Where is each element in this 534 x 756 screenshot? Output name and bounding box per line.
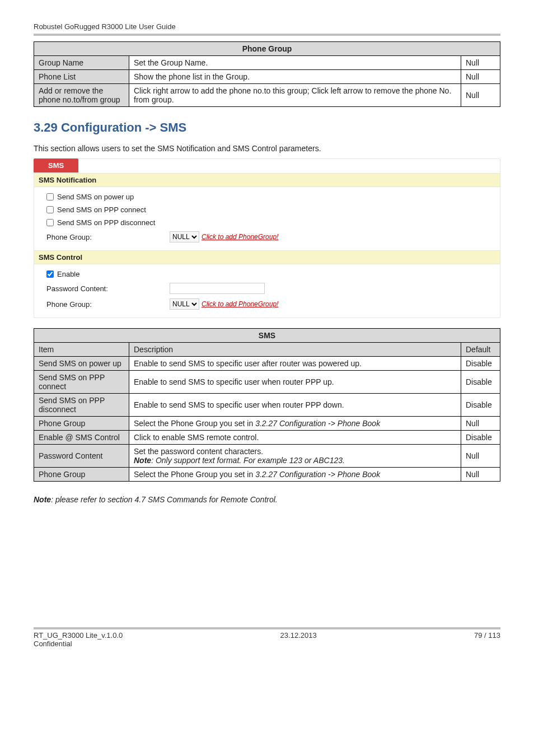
sms-tab[interactable]: SMS [34,158,78,173]
section-intro: This section allows users to set the SMS… [34,144,500,153]
col-item: Item [34,343,129,357]
sms-table-title: SMS [34,329,500,343]
row-desc: Select the Phone Group you set in 3.2.27… [129,468,461,482]
password-content-input[interactable] [170,283,265,294]
page-header: Robustel GoRugged R3000 Lite User Guide [34,22,500,32]
table-row: Item Description Default [34,343,500,357]
row-desc: Set the password content characters. Not… [129,445,461,468]
footnote: Note: please refer to section 4.7 SMS Co… [34,495,500,504]
col-default: Default [461,343,500,357]
table-row: Send SMS on PPP connect Enable to send S… [34,371,500,394]
send-sms-ppp-disconnect-label: Send SMS on PPP disconnect [57,218,155,227]
row-default: Disable [461,357,500,371]
table-row: Phone Group Select the Phone Group you s… [34,468,500,482]
add-phonegroup-link-2[interactable]: Click to add PhoneGroup! [202,300,278,308]
row-default: Null [461,56,500,70]
row-default: Null [461,417,500,431]
table-row: Group Name Set the Group Name. Null [34,56,500,70]
row-default: Null [461,445,500,468]
table-row: Send SMS on PPP disconnect Enable to sen… [34,394,500,417]
row-label: Phone Group [34,468,129,482]
phone-group-label-2: Phone Group: [46,300,170,309]
row-label: Group Name [34,56,129,70]
table-row: Add or remove the phone no.to/from group… [34,84,500,107]
row-desc: Click right arrow to add the phone no.to… [129,84,461,107]
row-desc: Click to enable SMS remote control. [129,431,461,445]
send-sms-power-checkbox[interactable] [46,193,54,200]
phone-group-label: Phone Group: [46,233,170,241]
footer-center: 23.12.2013 [280,631,317,648]
header-rule [34,34,500,36]
footer-left-2: Confidential [34,640,123,648]
row-default: Disable [461,371,500,394]
enable-checkbox[interactable] [46,270,54,278]
row-label: Send SMS on PPP disconnect [34,394,129,417]
phone-group-select-2[interactable]: NULL [170,298,199,310]
row-label: Send SMS on power up [34,357,129,371]
row-label: Phone List [34,70,129,84]
sms-control-band: SMS Control [34,250,500,264]
password-content-label: Password Content: [46,284,170,293]
phone-group-title: Phone Group [34,42,500,56]
row-desc: Select the Phone Group you set in 3.2.27… [129,417,461,431]
send-sms-ppp-connect-label: Send SMS on PPP connect [57,206,146,214]
send-sms-ppp-connect-checkbox[interactable] [46,206,54,213]
sms-desc-table: SMS Item Description Default Send SMS on… [34,328,500,482]
enable-label: Enable [57,270,79,278]
row-default: Disable [461,394,500,417]
row-label: Phone Group [34,417,129,431]
table-row: Send SMS on power up Enable to send SMS … [34,357,500,371]
sms-notification-band: SMS Notification [34,173,500,187]
row-default: Null [461,70,500,84]
row-label: Add or remove the phone no.to/from group [34,84,129,107]
phone-group-table: Phone Group Group Name Set the Group Nam… [34,41,500,107]
row-label: Enable @ SMS Control [34,431,129,445]
sms-control-body: Enable Password Content: Phone Group: NU… [34,264,500,318]
row-desc: Enable to send SMS to specific user afte… [129,357,461,371]
row-default: Disable [461,431,500,445]
page-footer: RT_UG_R3000 Lite_v.1.0.0 Confidential 23… [34,629,500,648]
table-row: Enable @ SMS Control Click to enable SMS… [34,431,500,445]
row-default: Null [461,84,500,107]
sms-notification-body: Send SMS on power up Send SMS on PPP con… [34,187,500,250]
add-phonegroup-link[interactable]: Click to add PhoneGroup! [202,233,278,241]
row-label: Password Content [34,445,129,468]
col-desc: Description [129,343,461,357]
table-row: Password Content Set the password conten… [34,445,500,468]
send-sms-ppp-disconnect-checkbox[interactable] [46,219,54,226]
row-desc: Show the phone list in the Group. [129,70,461,84]
footer-right: 79 / 113 [474,631,500,648]
sms-panel: SMS SMS Notification Send SMS on power u… [34,158,500,318]
phone-group-select[interactable]: NULL [170,231,199,242]
row-label: Send SMS on PPP connect [34,371,129,394]
section-title: 3.29 Configuration -> SMS [34,120,500,135]
table-row: Phone Group Select the Phone Group you s… [34,417,500,431]
footer-left-1: RT_UG_R3000 Lite_v.1.0.0 [34,631,123,640]
row-desc: Set the Group Name. [129,56,461,70]
row-desc: Enable to send SMS to specific user when… [129,394,461,417]
row-desc: Enable to send SMS to specific user when… [129,371,461,394]
table-row: Phone List Show the phone list in the Gr… [34,70,500,84]
row-default: Null [461,468,500,482]
send-sms-power-label: Send SMS on power up [57,193,134,201]
